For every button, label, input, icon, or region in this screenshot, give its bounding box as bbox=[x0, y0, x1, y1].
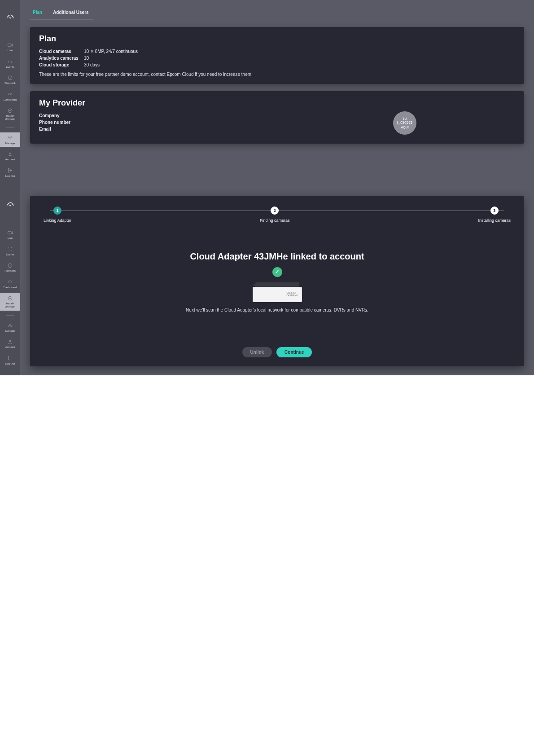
plan-row-key: Cloud storage bbox=[39, 62, 84, 67]
sparkles-icon bbox=[7, 246, 13, 252]
step-number: 3 bbox=[490, 207, 499, 215]
device-tag-value: C43JMHe0 bbox=[286, 294, 298, 297]
wizard-subtitle: Next we'll scan the Cloud Adapter's loca… bbox=[186, 308, 368, 312]
sidebar-item-label: Events bbox=[6, 66, 14, 69]
sidebar-item-dashboard[interactable]: Dashboard bbox=[0, 89, 20, 104]
tab-plan[interactable]: Plan bbox=[30, 8, 45, 19]
logo-line: LOGO bbox=[397, 120, 412, 126]
sidebar-item-label: Account bbox=[5, 346, 15, 349]
user-icon bbox=[7, 151, 13, 157]
wizard-center: Cloud Adapter 43JMHe linked to account ✓… bbox=[44, 226, 511, 337]
plan-row-val: 30 days bbox=[84, 62, 100, 67]
provider-row-key: Company bbox=[39, 113, 84, 118]
svg-rect-0 bbox=[8, 44, 11, 46]
plan-row-val: 10 bbox=[84, 56, 89, 61]
continue-button[interactable]: Continue bbox=[276, 347, 312, 357]
sidebar-item-label: Dashboard bbox=[4, 286, 17, 289]
wizard-title: Cloud Adapter 43JMHe linked to account bbox=[190, 251, 364, 262]
user-icon bbox=[7, 338, 13, 345]
sidebar-divider bbox=[6, 127, 14, 128]
sidebar-item-install[interactable]: Install/ Uninstall bbox=[0, 293, 20, 310]
tab-additional-users[interactable]: Additional Users bbox=[50, 8, 91, 19]
sidebar-divider bbox=[6, 315, 14, 316]
step-label: Finding cameras bbox=[260, 218, 290, 223]
wizard-content: 1 Linking Adapter 2 Finding cameras 3 In… bbox=[20, 188, 534, 375]
step-label: Installing cameras bbox=[478, 218, 511, 223]
brand-logo-icon bbox=[5, 199, 15, 209]
sidebar-item-dashboard[interactable]: Dashboard bbox=[0, 277, 20, 291]
sidebar-item-label: Live bbox=[8, 237, 13, 240]
sidebar-item-manage[interactable]: Manage bbox=[0, 132, 20, 147]
device-illustration: Cloud ID: C43JMHe0 bbox=[253, 282, 302, 302]
sidebar-item-playback[interactable]: Playback bbox=[0, 72, 20, 87]
sidebar-item-install[interactable]: Install/ Uninstall bbox=[0, 105, 20, 123]
sidebar-item-label: Install/ Uninstall bbox=[5, 114, 15, 120]
plus-circle-icon bbox=[7, 107, 13, 114]
wizard-panel: 1 Linking Adapter 2 Finding cameras 3 In… bbox=[30, 196, 524, 366]
camera-icon bbox=[7, 42, 13, 48]
sidebar-item-logout[interactable]: Log Out bbox=[0, 165, 20, 180]
check-icon: ✓ bbox=[272, 267, 282, 277]
step-label: Linking Adapter bbox=[44, 218, 71, 223]
rewind-icon bbox=[7, 75, 13, 81]
plan-row-key: Cloud cameras bbox=[39, 49, 84, 54]
step-number: 1 bbox=[53, 207, 61, 215]
plan-panel: Plan Cloud cameras10 ✕ 8MP, 24/7 continu… bbox=[30, 27, 524, 84]
gear-icon bbox=[7, 135, 13, 141]
sidebar: Live Events Playback Dashboard Install/ … bbox=[0, 188, 20, 375]
sidebar-item-live[interactable]: Live bbox=[0, 40, 20, 54]
step-1[interactable]: 1 Linking Adapter bbox=[44, 207, 71, 223]
svg-point-4 bbox=[9, 153, 11, 154]
sidebar-item-label: Dashboard bbox=[4, 98, 17, 101]
sidebar-item-account[interactable]: Account bbox=[0, 149, 20, 163]
main-content: Plan Additional Users Plan Cloud cameras… bbox=[20, 0, 534, 188]
plan-row-val: 10 ✕ 8MP, 24/7 continuous bbox=[84, 49, 138, 54]
plan-note: These are the limits for your free partn… bbox=[39, 72, 515, 77]
svg-point-8 bbox=[9, 325, 11, 326]
step-2[interactable]: 2 Finding cameras bbox=[260, 207, 290, 223]
sidebar-item-label: Log Out bbox=[5, 175, 15, 178]
provider-row-key: Email bbox=[39, 127, 84, 132]
logo-line: AQUI bbox=[401, 126, 409, 129]
sidebar-item-label: Playback bbox=[4, 82, 15, 85]
sidebar-item-label: Log Out bbox=[5, 362, 15, 365]
sidebar-item-events[interactable]: Events bbox=[0, 244, 20, 259]
sidebar-item-label: Manage bbox=[5, 330, 15, 333]
step-number: 2 bbox=[271, 207, 279, 215]
svg-point-3 bbox=[9, 137, 11, 138]
gauge-icon bbox=[7, 91, 13, 97]
camera-icon bbox=[7, 229, 13, 236]
brand-logo-icon bbox=[5, 12, 15, 22]
sidebar-item-live[interactable]: Live bbox=[0, 227, 20, 242]
step-3[interactable]: 3 Installing cameras bbox=[478, 207, 511, 223]
provider-title: My Provider bbox=[39, 98, 515, 108]
gear-icon bbox=[7, 322, 13, 329]
sidebar-item-manage[interactable]: Manage bbox=[0, 320, 20, 335]
sidebar-item-events[interactable]: Events bbox=[0, 56, 20, 71]
sidebar-item-label: Account bbox=[5, 158, 15, 161]
sidebar: Live Events Playback Dashboard Install/ … bbox=[0, 0, 20, 188]
provider-logo-placeholder: TU LOGO AQUI bbox=[393, 111, 416, 135]
sidebar-item-playback[interactable]: Playback bbox=[0, 260, 20, 275]
logout-icon bbox=[7, 355, 13, 361]
tabs: Plan Additional Users bbox=[30, 8, 524, 19]
provider-panel: My Provider Company Phone number Email T… bbox=[30, 91, 524, 144]
svg-rect-5 bbox=[8, 231, 11, 233]
plan-title: Plan bbox=[39, 34, 515, 44]
sidebar-item-account[interactable]: Account bbox=[0, 336, 20, 351]
sidebar-item-label: Events bbox=[6, 253, 14, 256]
plan-row-key: Analytics cameras bbox=[39, 56, 84, 61]
sidebar-item-logout[interactable]: Log Out bbox=[0, 353, 20, 368]
provider-row-key: Phone number bbox=[39, 120, 84, 125]
sparkles-icon bbox=[7, 58, 13, 65]
sidebar-item-label: Manage bbox=[5, 142, 15, 145]
sidebar-item-label: Install/ Uninstall bbox=[5, 302, 15, 308]
sidebar-item-label: Playback bbox=[4, 269, 15, 273]
gauge-icon bbox=[7, 279, 13, 285]
plus-circle-icon bbox=[7, 295, 13, 301]
unlink-button[interactable]: Unlink bbox=[242, 347, 272, 357]
svg-point-9 bbox=[9, 340, 11, 342]
sidebar-item-label: Live bbox=[8, 49, 13, 52]
rewind-icon bbox=[7, 262, 13, 268]
manage-plan-screen: Live Events Playback Dashboard Install/ … bbox=[0, 0, 534, 188]
